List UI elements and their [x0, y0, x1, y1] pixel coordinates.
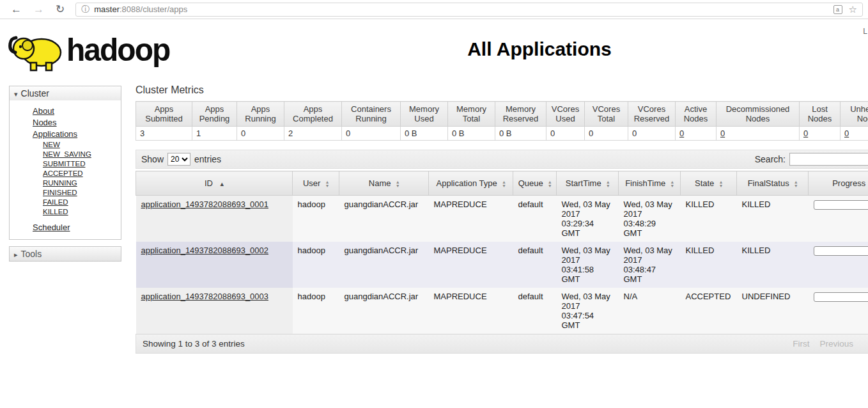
column-label: FinishTime: [625, 178, 665, 188]
pagination-previous-button[interactable]: Previous: [819, 339, 853, 349]
show-label: Show: [141, 154, 164, 164]
lost-nodes-link[interactable]: 0: [803, 129, 808, 138]
metrics-header-cell: Apps Completed: [284, 102, 342, 127]
table-toolbar: Show 20 entries Search:: [136, 150, 868, 169]
page-size-select[interactable]: 20: [167, 153, 190, 166]
sidebar-item-failed[interactable]: FAILED: [10, 197, 121, 207]
metrics-value-cell: 3: [136, 127, 192, 141]
column-header-user[interactable]: User ▴▾: [293, 171, 339, 196]
app-type-cell: MAPREDUCE: [429, 242, 513, 288]
column-header-state[interactable]: State ▴▾: [681, 171, 737, 196]
app-state-cell: ACCEPTED: [681, 288, 737, 334]
address-bar[interactable]: ⓘ master :8088/cluster/apps a ☆: [75, 3, 863, 17]
sidebar-item-new[interactable]: NEW: [10, 139, 121, 149]
app-id-link[interactable]: application_1493782088693_0003: [141, 292, 269, 301]
hadoop-logo-text: hadoop: [66, 31, 169, 68]
metrics-header-cell: Memory Used: [401, 102, 448, 127]
metrics-value-cell: 0: [342, 127, 401, 141]
metrics-value-cell: 0: [546, 127, 585, 141]
app-finishtime-cell: Wed, 03 May 2017 03:48:47 GMT: [619, 242, 681, 288]
column-label: Queue: [518, 178, 543, 188]
decommissioned-nodes-link[interactable]: 0: [720, 129, 725, 138]
pagination-first-button[interactable]: First: [793, 339, 809, 349]
url-host: master: [94, 4, 120, 14]
app-finalstatus-cell: UNDEFINED: [737, 288, 809, 334]
search-input[interactable]: [789, 153, 868, 166]
app-id-link[interactable]: application_1493782088693_0001: [141, 200, 269, 209]
cluster-panel: ▾Cluster About Nodes Applications NEW NE…: [9, 86, 121, 240]
column-label: StartTime: [566, 178, 601, 188]
sidebar-item-scheduler[interactable]: Scheduler: [10, 221, 121, 233]
column-header-finishtime[interactable]: FinishTime ▴▾: [619, 171, 681, 196]
column-header-finalstatus[interactable]: FinalStatus ▴▾: [737, 171, 809, 196]
sidebar-item-running[interactable]: RUNNING: [10, 178, 121, 187]
column-label: Application Type: [437, 178, 497, 188]
cluster-nav: About Nodes Applications NEW NEW_SAVING …: [10, 100, 121, 239]
column-header-application-type[interactable]: Application Type ▴▾: [429, 171, 513, 196]
app-starttime-cell: Wed, 03 May 2017 03:47:54 GMT: [557, 288, 619, 334]
app-id-cell: application_1493782088693_0002: [136, 242, 293, 288]
sidebar-item-accepted[interactable]: ACCEPTED: [10, 168, 121, 178]
metrics-header-row: Apps Submitted Apps Pending Apps Running…: [136, 102, 868, 127]
table-row: application_1493782088693_0001 hadoop gu…: [136, 196, 868, 242]
unhealthy-nodes-link[interactable]: 0: [844, 129, 849, 138]
metrics-header-cell: VCores Reserved: [628, 102, 676, 127]
metrics-header-cell: Apps Pending: [192, 102, 237, 127]
app-queue-cell: default: [513, 196, 557, 242]
active-nodes-link[interactable]: 0: [679, 129, 684, 138]
app-name-cell: guangdianACCR.jar: [339, 288, 429, 334]
back-icon[interactable]: ←: [11, 3, 22, 16]
app-user-cell: hadoop: [293, 196, 339, 242]
sidebar-item-finished[interactable]: FINISHED: [10, 187, 121, 197]
app-user-cell: hadoop: [293, 242, 339, 288]
chevron-right-icon: ▸: [14, 251, 18, 258]
sidebar-item-about[interactable]: About: [10, 105, 121, 116]
sort-both-icon: ▴▾: [326, 180, 329, 188]
main-content: Cluster Metrics Apps Submitted Apps Pend…: [125, 79, 868, 354]
metrics-header-cell: Unhealthy Nodes: [841, 102, 868, 127]
page-info-icon[interactable]: ⓘ: [81, 4, 89, 15]
metrics-value-cell: 0: [585, 127, 628, 141]
tools-panel-label: Tools: [21, 249, 42, 259]
sidebar-item-new-saving[interactable]: NEW_SAVING: [10, 149, 121, 159]
pagination: First Previous: [793, 339, 853, 349]
sidebar: ▾Cluster About Nodes Applications NEW NE…: [0, 79, 125, 354]
metrics-value-row: 3 1 0 2 0 0 B 0 B 0 B 0 0 0 0 0 0 0: [136, 127, 868, 141]
browser-toolbar: ← → ↻ ⓘ master :8088/cluster/apps a ☆: [0, 0, 868, 19]
forward-icon[interactable]: →: [33, 3, 44, 16]
showing-entries-text: Showing 1 to 3 of 3 entries: [143, 339, 245, 349]
column-header-progress[interactable]: Progress ▴▾: [809, 171, 868, 196]
metrics-header-cell: Memory Total: [448, 102, 495, 127]
app-id-link[interactable]: application_1493782088693_0002: [141, 246, 269, 255]
app-state-cell: KILLED: [681, 242, 737, 288]
sidebar-item-killed[interactable]: KILLED: [10, 207, 121, 216]
app-id-cell: application_1493782088693_0001: [136, 196, 293, 242]
progress-bar: [814, 292, 868, 302]
column-header-name[interactable]: Name ▴▾: [339, 171, 429, 196]
sort-both-icon: ▴▾: [720, 180, 722, 188]
cluster-metrics-title: Cluster Metrics: [136, 84, 868, 96]
metrics-value-cell: 0 B: [495, 127, 546, 141]
progress-bar: [814, 200, 868, 210]
tools-panel-header[interactable]: ▸Tools: [9, 246, 121, 262]
metrics-header-cell: Active Nodes: [676, 102, 717, 127]
metrics-value-cell: 0: [800, 127, 841, 141]
metrics-value-cell: 0: [841, 127, 868, 141]
translate-icon[interactable]: a: [833, 5, 842, 14]
sidebar-item-applications[interactable]: Applications: [10, 128, 121, 139]
sidebar-item-nodes[interactable]: Nodes: [10, 116, 121, 128]
column-label: Progress: [832, 178, 865, 188]
app-state-nav: NEW NEW_SAVING SUBMITTED ACCEPTED RUNNIN…: [10, 139, 121, 216]
column-header-queue[interactable]: Queue ▴▾: [513, 171, 557, 196]
app-finishtime-cell: Wed, 03 May 2017 03:48:29 GMT: [619, 196, 681, 242]
metrics-header-cell: Memory Reserved: [495, 102, 546, 127]
column-header-starttime[interactable]: StartTime ▴▾: [557, 171, 619, 196]
column-header-id[interactable]: ID ▴: [136, 171, 293, 196]
cluster-panel-header[interactable]: ▾Cluster: [10, 86, 121, 100]
app-starttime-cell: Wed, 03 May 2017 03:29:34 GMT: [557, 196, 619, 242]
bookmark-star-icon[interactable]: ☆: [849, 4, 857, 15]
sort-both-icon: ▴▾: [671, 180, 674, 188]
sidebar-item-submitted[interactable]: SUBMITTED: [10, 159, 121, 168]
metrics-header-cell: VCores Used: [546, 102, 585, 127]
reload-icon[interactable]: ↻: [56, 3, 65, 16]
